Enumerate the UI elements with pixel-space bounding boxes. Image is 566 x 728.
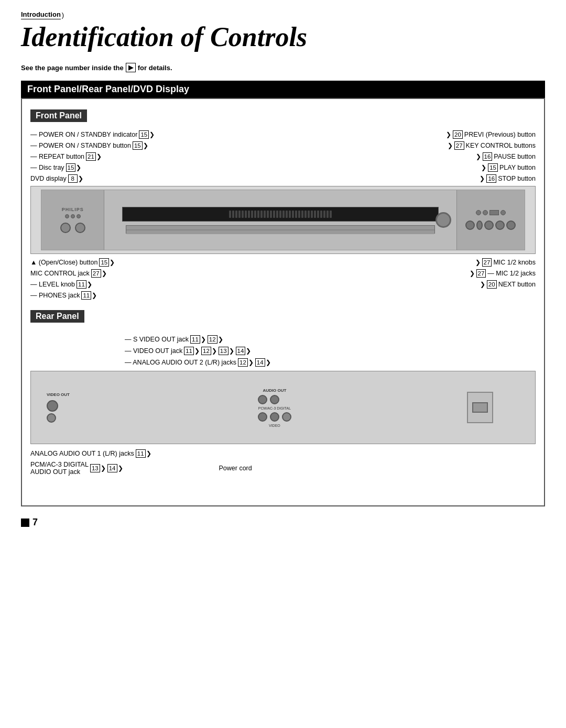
svg-rect-19: [286, 211, 288, 218]
arrow-15a: ❯: [149, 131, 155, 138]
badge-20a: 20: [453, 130, 463, 139]
device-body: PHILIPS: [41, 190, 525, 250]
svg-rect-20: [289, 211, 291, 218]
display-svg: [228, 208, 333, 220]
badge-16a: 16: [483, 152, 493, 161]
rear-panel-label: Rear Panel: [30, 310, 84, 323]
badge-11d: 11: [184, 347, 194, 355]
rear-label-digital: PCM/AC-3 DIGITAL: [258, 406, 291, 410]
svg-rect-4: [238, 211, 241, 218]
label-power-indicator: — POWER ON / STANDBY indicator 15❯: [30, 130, 188, 139]
dev-btn-1: [65, 214, 69, 218]
svg-rect-25: [304, 211, 307, 218]
svg-rect-12: [264, 211, 266, 218]
arrow-16b: ❯: [480, 175, 485, 182]
svg-rect-2: [232, 211, 234, 218]
badge-13a: 13: [219, 347, 228, 355]
badge-13b: 13: [90, 464, 100, 472]
badge-8: 8: [68, 174, 78, 183]
r-btn-3: [500, 210, 506, 215]
front-panel-right-top-labels: PREVI (Previous) button 20❯ KEY CONTROL …: [378, 130, 536, 183]
arrow-15b: ❯: [143, 142, 148, 149]
svg-rect-8: [251, 211, 253, 218]
arrow-27d: ❯: [470, 270, 475, 277]
label-mic-control: MIC CONTROL jack 27❯: [30, 269, 188, 278]
rear-panel-top-labels: — S VIDEO OUT jack 11❯ 12❯ — VIDEO OUT j…: [30, 335, 536, 367]
svg-rect-5: [242, 211, 244, 218]
r-btn-2: [483, 210, 488, 215]
device-center-section: [104, 190, 456, 249]
knob-2: [75, 223, 85, 233]
rear-right-power: [467, 392, 493, 423]
arrow-11e: ❯: [146, 450, 151, 457]
svg-rect-9: [254, 211, 256, 218]
rear-panel-bottom-labels: ANALOG AUDIO OUT 1 (L/R) jacks 11❯ PCM/A…: [30, 449, 536, 476]
right-top-buttons: [476, 210, 506, 215]
label-power-button: — POWER ON / STANDBY button 15❯: [30, 141, 188, 150]
arrow-12b: ❯: [212, 347, 217, 355]
arrow-27b: ❯: [102, 270, 107, 277]
power-socket: [467, 392, 493, 423]
arrow-11a: ❯: [87, 281, 92, 288]
label-level-knob: — LEVEL knob 11❯: [30, 280, 188, 289]
badge-27b: 27: [91, 269, 101, 278]
arrow-12c: ❯: [248, 359, 254, 366]
arrow-12a: ❯: [218, 336, 223, 343]
label-dvd-display: DVD display 8❯: [30, 174, 188, 183]
page-note: See the page number inside the ▶ for det…: [21, 63, 545, 72]
badge-15a: 15: [139, 130, 149, 139]
arrow-15d: ❯: [481, 164, 486, 171]
rear-label-video-bottom: VIDEO: [258, 424, 291, 427]
r-knob-4: [495, 220, 505, 230]
svg-rect-7: [248, 211, 250, 218]
r-knob-5: [506, 220, 516, 230]
rear-digital-c: [282, 412, 291, 422]
r-knob-2: [476, 220, 483, 230]
svg-rect-32: [326, 211, 329, 218]
svg-rect-21: [292, 211, 294, 218]
page-number: 7: [32, 517, 38, 528]
svg-rect-11: [260, 211, 263, 218]
arrow-11d: ❯: [194, 347, 200, 355]
badge-11c: 11: [190, 335, 200, 344]
arrow-16a: ❯: [476, 153, 481, 160]
arrow-14c: ❯: [118, 465, 123, 472]
label-previ: PREVI (Previous) button 20❯: [447, 130, 536, 139]
right-bottom-buttons: [465, 220, 516, 230]
label-pcm-digital: PCM/AC-3 DIGITALAUDIO OUT jack 13❯ 14❯ P…: [30, 461, 536, 476]
label-video-out: — VIDEO OUT jack 11❯ 12❯ 13❯ 14❯: [125, 347, 536, 355]
svg-rect-17: [279, 211, 281, 218]
front-panel-right-bottom-labels: MIC 1/2 knobs 27❯ — MIC 1/2 jacks 27❯ NE…: [378, 258, 536, 300]
label-mic-12-knobs: MIC 1/2 knobs 27❯: [476, 258, 536, 267]
device-left-section: PHILIPS: [41, 190, 104, 249]
badge-14c: 14: [107, 464, 117, 472]
label-pause: PAUSE button 16❯: [477, 152, 536, 161]
badge-11a: 11: [77, 280, 86, 289]
badge-12c: 12: [238, 358, 248, 367]
badge-15d: 15: [488, 163, 498, 172]
note-suffix: for details.: [138, 64, 172, 72]
svg-rect-6: [245, 211, 247, 218]
badge-15b: 15: [133, 141, 143, 150]
badge-16b: 16: [486, 174, 496, 183]
arrow-13b: ❯: [101, 465, 106, 472]
device-display-strip: [122, 207, 439, 222]
rear-port-svideo: [47, 400, 58, 412]
arrow-20a: ❯: [446, 131, 451, 138]
center-disc: [436, 212, 451, 228]
rear-center-ports: AUDIO OUT PCM/AC-3 DIGITAL VIDEO: [258, 388, 291, 427]
label-mic-12-jacks: — MIC 1/2 jacks 27❯: [471, 269, 536, 278]
disc-tray-visual: [126, 225, 436, 234]
page-num-icon: [21, 519, 29, 527]
badge-20b: 20: [487, 280, 497, 289]
label-repeat: — REPEAT button 21❯: [30, 152, 188, 161]
badge-11b: 11: [81, 291, 91, 300]
arrow-14b: ❯: [266, 359, 271, 366]
svg-rect-28: [314, 211, 316, 218]
svg-rect-22: [295, 211, 297, 218]
front-panel-area: Front Panel — POWER ON / STANDBY indicat…: [30, 109, 536, 300]
svg-rect-26: [308, 211, 310, 218]
svg-rect-3: [235, 211, 237, 218]
label-analog-out-2: — ANALOG AUDIO OUT 2 (L/R) jacks 12❯ 14❯: [125, 358, 536, 367]
badge-21: 21: [86, 152, 96, 161]
